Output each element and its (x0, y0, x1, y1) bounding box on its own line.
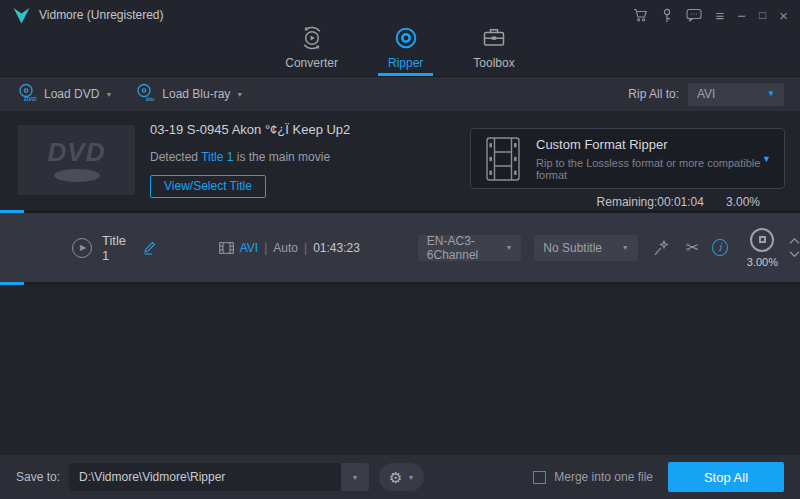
bluray-disc-icon: blu (134, 83, 156, 105)
filmstrip-icon (484, 136, 522, 182)
converter-icon (299, 25, 325, 54)
title-duration: 01:43:23 (313, 241, 360, 255)
load-dvd-label: Load DVD (44, 87, 99, 101)
view-select-title-button[interactable]: View/Select Title (150, 175, 266, 198)
quality-mode: Auto (273, 241, 298, 255)
register-key-icon[interactable] (661, 8, 673, 23)
dvd-thumbnail: DVD (18, 125, 135, 195)
maximize-button[interactable]: □ (759, 9, 766, 21)
svg-text:blu: blu (146, 96, 155, 102)
total-percent: 3.00% (726, 195, 760, 209)
scroll-down-icon[interactable] (789, 251, 800, 257)
save-path-dropdown-button[interactable]: ▼ (341, 463, 369, 491)
row-progress-block: 3.00% (747, 228, 778, 268)
save-to-label: Save to: (16, 470, 60, 484)
rip-all-to-group: Rip All to: AVI ▼ (628, 83, 784, 106)
tab-ripper-label: Ripper (388, 57, 423, 69)
load-bluray-label: Load Blu-ray (162, 87, 230, 101)
titlebar-controls: ≡ − □ × (633, 8, 788, 23)
load-bluray-button[interactable]: blu Load Blu-ray ▼ (134, 83, 243, 105)
dvd-disc-shape (54, 169, 100, 182)
detected-suffix: is the main movie (233, 150, 330, 164)
separator: | (304, 241, 307, 255)
ripper-icon (393, 25, 419, 54)
stop-task-button[interactable] (750, 228, 774, 252)
source-info-section: DVD 03-19 S-0945 Akon °¢¿Ï Keep Up2 Dete… (0, 111, 800, 210)
format-panel-subtitle: Rip to the Lossless format or more compa… (536, 157, 762, 181)
output-settings-button[interactable]: ⚙ ▼ (379, 463, 424, 491)
settings-chevron-icon: ▼ (407, 474, 414, 481)
load-bluray-chevron-icon: ▼ (236, 91, 243, 98)
feedback-icon[interactable] (686, 8, 702, 22)
scroll-up-icon[interactable] (789, 238, 800, 244)
tab-converter-label: Converter (285, 57, 338, 69)
rip-all-to-select[interactable]: AVI ▼ (688, 83, 784, 106)
tab-converter[interactable]: Converter (273, 21, 350, 76)
source-title: 03-19 S-0945 Akon °¢¿Ï Keep Up2 (150, 122, 350, 137)
format-panel-chevron-icon[interactable]: ▼ (762, 154, 771, 164)
play-preview-button[interactable]: ▶ (72, 238, 92, 258)
detected-line: Detected Title 1 is the main movie (150, 150, 350, 164)
title-row: ▶ Title 1 AVI | Auto | 01:43:23 EN-AC3 (0, 213, 800, 282)
rip-all-to-chevron-icon: ▼ (767, 90, 775, 98)
merge-into-one-file-option[interactable]: Merge into one file (533, 470, 653, 484)
rip-all-to-value: AVI (697, 87, 715, 101)
gear-icon: ⚙ (389, 470, 402, 485)
edit-effects-wand-icon[interactable] (653, 239, 671, 256)
vidmore-logo-icon (12, 7, 31, 24)
load-dvd-button[interactable]: DVD Load DVD ▼ (16, 83, 112, 105)
merge-label: Merge into one file (554, 470, 653, 484)
main-tabbar: Converter Ripper Toolbox (0, 30, 800, 77)
stop-all-button[interactable]: Stop All (668, 462, 784, 492)
separator: | (264, 241, 267, 255)
row-percent: 3.00% (747, 256, 778, 268)
film-frame-icon (219, 242, 234, 254)
load-dvd-chevron-icon: ▼ (105, 91, 112, 98)
title-name: Title 1 (102, 233, 134, 263)
format-panel-title: Custom Format Ripper (536, 137, 762, 152)
remaining-time: Remaining:00:01:04 (597, 195, 704, 209)
dvd-disc-icon: DVD (16, 83, 38, 105)
list-scroll-controls (789, 238, 800, 257)
toolbox-icon (481, 25, 507, 54)
detected-prefix: Detected (150, 150, 201, 164)
audio-track-chevron-icon: ▼ (505, 244, 512, 251)
output-format-value[interactable]: AVI (240, 241, 258, 255)
cut-scissors-icon[interactable]: ✂ (686, 240, 699, 256)
app-title: Vidmore (Unregistered) (39, 8, 164, 22)
minimize-button[interactable]: − (737, 8, 746, 23)
dvd-logo-text: DVD (48, 139, 106, 165)
custom-format-ripper-panel[interactable]: Custom Format Ripper Rip to the Lossless… (470, 128, 785, 189)
save-path-combobox[interactable]: D:\Vidmore\Vidmore\Ripper ▼ (69, 463, 369, 491)
ripper-toolbar: DVD Load DVD ▼ blu Load Blu-ray ▼ Rip Al… (0, 77, 800, 111)
tab-ripper[interactable]: Ripper (376, 21, 435, 76)
audio-track-value: EN-AC3-6Channel (427, 234, 506, 262)
svg-text:DVD: DVD (24, 96, 37, 102)
subtitle-track-value: No Subtitle (543, 241, 602, 255)
cart-icon[interactable] (633, 8, 648, 22)
progress-summary: Remaining:00:01:04 3.00% (597, 195, 760, 209)
source-meta: 03-19 S-0945 Akon °¢¿Ï Keep Up2 Detected… (150, 122, 350, 198)
empty-workspace (0, 285, 800, 455)
format-info-group: AVI | Auto | 01:43:23 (219, 241, 360, 255)
subtitle-track-chevron-icon: ▼ (622, 244, 629, 251)
format-panel-text: Custom Format Ripper Rip to the Lossless… (536, 137, 762, 181)
subtitle-track-select[interactable]: No Subtitle ▼ (534, 235, 637, 261)
app-window: Vidmore (Unregistered) (0, 0, 800, 499)
bottombar: Save to: D:\Vidmore\Vidmore\Ripper ▼ ⚙ ▼… (0, 455, 800, 499)
tab-toolbox[interactable]: Toolbox (461, 21, 526, 76)
save-path-chevron-icon: ▼ (352, 474, 359, 481)
audio-track-select[interactable]: EN-AC3-6Channel ▼ (418, 235, 521, 261)
close-button[interactable]: × (779, 8, 788, 23)
rip-all-to-label: Rip All to: (628, 87, 679, 101)
tab-toolbox-label: Toolbox (473, 57, 514, 69)
merge-checkbox[interactable] (533, 471, 546, 484)
menu-icon[interactable]: ≡ (715, 8, 724, 23)
rename-pencil-icon[interactable] (142, 241, 157, 255)
detected-title-link[interactable]: Title 1 (201, 150, 233, 164)
media-info-icon[interactable]: i (712, 239, 728, 256)
stop-square-icon (759, 236, 766, 243)
save-path-value: D:\Vidmore\Vidmore\Ripper (69, 470, 341, 484)
